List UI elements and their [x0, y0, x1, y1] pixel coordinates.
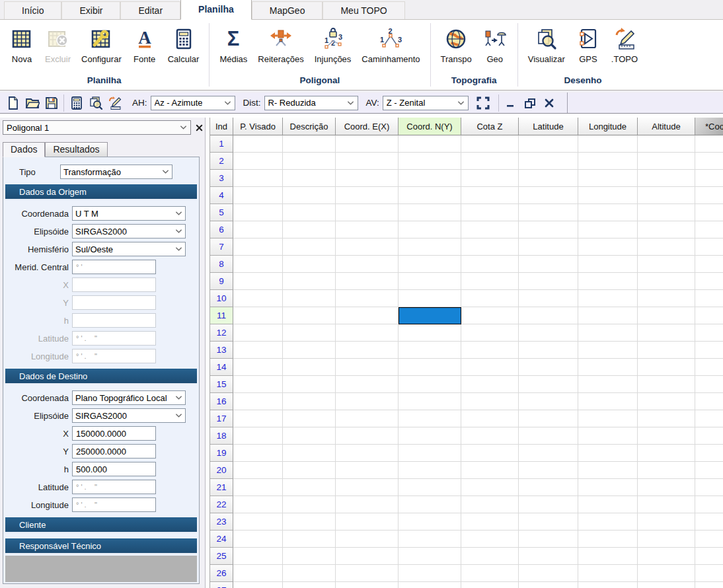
grid-cell[interactable] [695, 256, 723, 273]
row-header[interactable]: 11 [210, 307, 233, 324]
hemisferio-select[interactable]: Sul/Oeste [72, 242, 186, 256]
grid-cell[interactable] [461, 548, 519, 565]
grid-cell[interactable] [578, 239, 638, 256]
grid-cell[interactable] [578, 393, 638, 410]
grid-cell[interactable] [695, 221, 723, 239]
grid-cell[interactable] [519, 445, 578, 462]
grid-cell[interactable] [399, 496, 461, 513]
grid-cell[interactable] [695, 582, 723, 588]
grid-cell[interactable] [336, 324, 399, 342]
grid-cell[interactable] [283, 393, 336, 410]
grid-cell[interactable] [638, 427, 695, 445]
column-header-coo[interactable]: *Coo [695, 118, 723, 135]
tab-editar[interactable]: Editar [120, 1, 180, 19]
grid-cell[interactable] [695, 324, 723, 342]
av-select[interactable]: Z - Zenital [383, 96, 469, 110]
grid-cell[interactable] [461, 221, 519, 239]
grid-cell[interactable] [519, 462, 578, 479]
grid-cell[interactable] [233, 548, 283, 565]
column-header-altitude[interactable]: Altitude [638, 118, 695, 135]
fullscreen-button[interactable] [474, 94, 493, 112]
grid-cell[interactable] [336, 170, 399, 187]
grid-cell[interactable] [461, 342, 519, 359]
grid-cell[interactable] [695, 290, 723, 307]
grid-cell[interactable] [519, 359, 578, 376]
grid-cell[interactable] [336, 135, 399, 153]
geo-button[interactable]: Geo [477, 24, 513, 65]
grid-cell[interactable] [233, 359, 283, 376]
grid-cell[interactable] [638, 359, 695, 376]
grid-cell[interactable] [461, 135, 519, 153]
row-header[interactable]: 21 [210, 479, 233, 496]
grid-cell[interactable] [283, 496, 336, 513]
grid-cell[interactable] [399, 187, 461, 204]
grid-cell[interactable] [336, 376, 399, 393]
column-header-ind[interactable]: Ind [210, 118, 233, 135]
grid-cell[interactable] [283, 445, 336, 462]
tab-planilha[interactable]: Planilha [180, 0, 252, 20]
y-field[interactable]: 250000.0000 [72, 444, 156, 459]
coordenada-select[interactable]: U T M [72, 206, 186, 221]
grid-cell[interactable] [283, 548, 336, 565]
grid-cell[interactable] [578, 221, 638, 239]
row-header[interactable]: 27 [210, 582, 233, 588]
grid-cell[interactable] [233, 496, 283, 513]
tab-dados[interactable]: Dados [3, 142, 45, 157]
grid-cell[interactable] [695, 462, 723, 479]
section-header-dados-de-destino[interactable]: Dados de Destino [5, 369, 197, 385]
grid-cell[interactable] [578, 479, 638, 496]
grid-cell[interactable] [399, 410, 461, 427]
grid-cell[interactable] [233, 290, 283, 307]
grid-cell[interactable] [399, 359, 461, 376]
grid-cell[interactable] [578, 513, 638, 531]
grid-cell[interactable] [233, 324, 283, 342]
grid-cell[interactable] [283, 359, 336, 376]
grid-cell[interactable] [638, 531, 695, 548]
grid-cell[interactable] [461, 531, 519, 548]
grid-cell[interactable] [233, 565, 283, 582]
grid-cell[interactable] [461, 496, 519, 513]
grid-cell[interactable] [233, 273, 283, 290]
column-header-coord-e-x[interactable]: Coord. E(X) [336, 118, 399, 135]
configurar-button[interactable]: Configurar [76, 24, 127, 65]
row-header[interactable]: 5 [210, 204, 233, 221]
grid-cell[interactable] [578, 548, 638, 565]
grid-cell[interactable] [519, 531, 578, 548]
grid-cell[interactable] [399, 531, 461, 548]
reiteracoes-button[interactable]: Reiterações [252, 24, 309, 65]
row-header[interactable]: 18 [210, 427, 233, 445]
grid-cell[interactable] [695, 170, 723, 187]
row-header[interactable]: 10 [210, 290, 233, 307]
grid-cell[interactable] [695, 531, 723, 548]
grid-cell[interactable] [283, 170, 336, 187]
calcular-button[interactable]: Calcular [163, 24, 205, 65]
grid-cell[interactable] [695, 513, 723, 531]
grid-cell[interactable] [695, 410, 723, 427]
grid-cell[interactable] [399, 239, 461, 256]
coordenada-select[interactable]: Plano Topográfico Local [72, 390, 186, 405]
grid-cell[interactable] [695, 376, 723, 393]
row-header[interactable]: 25 [210, 548, 233, 565]
tab-inicio[interactable]: Início [4, 1, 61, 19]
grid-cell[interactable] [233, 531, 283, 548]
grid-cell[interactable] [399, 153, 461, 170]
preview-button[interactable] [86, 94, 105, 112]
grid-cell[interactable] [399, 582, 461, 588]
row-header[interactable]: 9 [210, 273, 233, 290]
grid-cell[interactable] [578, 187, 638, 204]
grid-cell[interactable] [233, 342, 283, 359]
grid-cell[interactable] [336, 153, 399, 170]
grid-cell[interactable] [336, 496, 399, 513]
grid-cell[interactable] [461, 273, 519, 290]
row-header[interactable]: 4 [210, 187, 233, 204]
grid-cell[interactable] [461, 445, 519, 462]
visualizar-button[interactable]: Visualizar [523, 24, 570, 65]
grid-cell[interactable] [578, 273, 638, 290]
grid-cell[interactable] [336, 462, 399, 479]
x-field[interactable]: 150000.0000 [72, 426, 156, 441]
grid-cell[interactable] [336, 410, 399, 427]
grid-cell[interactable] [461, 290, 519, 307]
grid-cell[interactable] [461, 393, 519, 410]
grid-cell[interactable] [638, 376, 695, 393]
row-header[interactable]: 1 [210, 135, 233, 153]
